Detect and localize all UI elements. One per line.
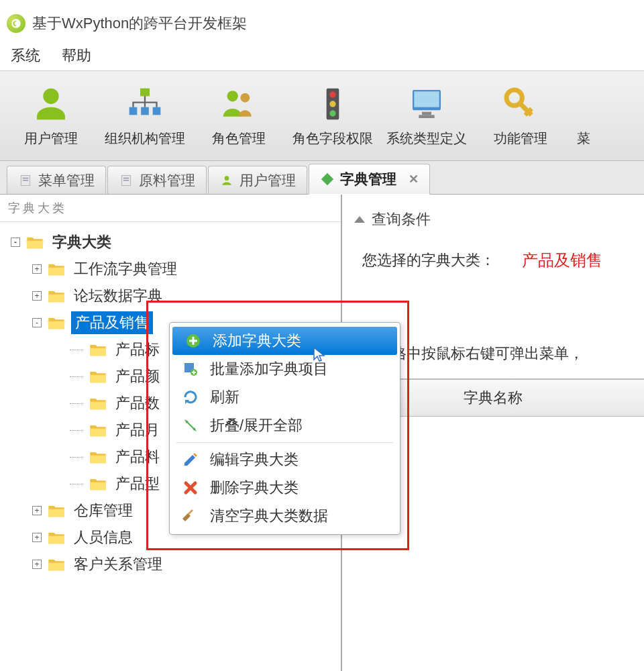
node-label: 产品月 [113, 419, 162, 442]
folder-icon [47, 503, 66, 519]
toolbar-systype[interactable]: 系统类型定义 [382, 77, 471, 154]
cm-edit-category[interactable]: 编辑字典大类 [170, 446, 400, 474]
tab-label: 原料管理 [139, 171, 195, 190]
panel-title: 字典大类 [0, 195, 341, 222]
main-toolbar: 用户管理 组织机构管理 角色管理 角色字段权限 系统类型定义 功能管理 菜 [0, 70, 644, 161]
tree-node[interactable]: + 工作流字典管理 [7, 256, 334, 282]
user-icon [219, 173, 234, 188]
toolbar-label: 用户管理 [24, 130, 78, 148]
menu-bar: 系统 帮助 [0, 40, 644, 70]
tab-label: 菜单管理 [38, 171, 95, 190]
collapse-header[interactable]: 查询条件 [342, 201, 644, 238]
toolbar-label: 功能管理 [494, 130, 547, 148]
close-icon[interactable]: ✕ [409, 172, 419, 187]
edit-icon [182, 451, 199, 468]
svg-rect-11 [414, 91, 439, 107]
tree-root[interactable]: - 字典大类 [7, 229, 334, 256]
collapse-title: 查询条件 [372, 209, 431, 229]
node-label: 产品型 [113, 472, 162, 495]
broom-icon [182, 507, 199, 525]
cm-toggle-expand[interactable]: 折叠/展开全部 [170, 411, 400, 440]
add-icon [184, 332, 202, 350]
svg-rect-2 [141, 107, 149, 115]
node-label: 论坛数据字典 [71, 285, 165, 307]
cm-refresh[interactable]: 刷新 [170, 383, 400, 411]
collapse-icon[interactable]: - [11, 238, 20, 247]
folder-icon [89, 395, 107, 411]
node-label: 字典大类 [50, 231, 114, 254]
svg-point-21 [225, 176, 229, 180]
svg-point-8 [329, 101, 335, 107]
node-label: 产品及销售 [71, 311, 153, 334]
svg-rect-16 [23, 177, 28, 178]
menu-separator [176, 442, 393, 443]
cm-add-category[interactable]: 添加字典大类 [172, 327, 397, 355]
folder-icon [47, 261, 66, 277]
collapse-icon[interactable]: - [32, 318, 42, 327]
chevron-up-icon [354, 216, 365, 223]
doc-icon [18, 173, 33, 188]
tree-node[interactable]: + 客户关系管理 [7, 551, 334, 578]
monitor-icon [407, 84, 447, 124]
tab-material-mgmt[interactable]: 原料管理 [107, 166, 207, 194]
cm-delete-category[interactable]: 删除字典大类 [170, 474, 400, 502]
svg-rect-19 [123, 177, 129, 178]
batch-icon [182, 360, 199, 378]
tab-menu-mgmt[interactable]: 菜单管理 [7, 166, 106, 194]
toolbar-func-mgmt[interactable]: 功能管理 [476, 77, 565, 154]
toolbar-user-mgmt[interactable]: 用户管理 [7, 77, 95, 154]
org-icon [125, 84, 165, 124]
folder-icon [47, 529, 66, 546]
node-label: 客户关系管理 [71, 553, 165, 576]
window-title: 基于WxPython的跨平台开发框架 [32, 13, 247, 34]
toolbar-org-mgmt[interactable]: 组织机构管理 [101, 77, 189, 154]
info-value: 产品及销售 [522, 250, 602, 271]
expand-icon[interactable]: + [32, 560, 42, 569]
tab-label: 用户管理 [239, 171, 296, 190]
node-label: 产品料 [113, 446, 162, 468]
tab-user-mgmt[interactable]: 用户管理 [208, 166, 307, 194]
cm-label: 删除字典大类 [210, 478, 299, 498]
context-menu: 添加字典大类 批量添加字典项目 刷新 折叠/展开全部 编辑字典大类 删除字典大类… [169, 322, 400, 535]
cm-label: 批量添加字典项目 [210, 359, 328, 379]
expand-icon[interactable]: + [32, 533, 42, 542]
expand-collapse-icon [182, 417, 199, 434]
cm-clear-data[interactable]: 清空字典大类数据 [170, 502, 400, 530]
tab-dict-mgmt[interactable]: 字典管理 ✕ [309, 164, 430, 195]
user-icon [31, 84, 71, 124]
folder-icon [47, 556, 66, 572]
app-logo-icon [7, 14, 25, 33]
tab-label: 字典管理 [340, 170, 396, 189]
svg-rect-17 [23, 180, 28, 180]
cm-batch-add[interactable]: 批量添加字典项目 [170, 355, 400, 383]
folder-open-icon [25, 234, 44, 250]
toolbar-label: 角色字段权限 [292, 130, 373, 148]
traffic-icon [313, 84, 353, 124]
folder-icon [47, 288, 66, 304]
svg-rect-1 [129, 107, 138, 115]
info-label: 您选择的字典大类： [362, 250, 495, 270]
expand-icon[interactable]: + [32, 291, 42, 301]
delete-icon [182, 479, 199, 497]
toolbar-label: 角色管理 [212, 130, 266, 148]
toolbar-role-mgmt[interactable]: 角色管理 [195, 77, 283, 154]
cm-label: 折叠/展开全部 [210, 415, 303, 435]
toolbar-menu-partial[interactable]: 菜 [570, 77, 597, 154]
node-label: 人员信息 [71, 526, 136, 549]
node-label: 工作流字典管理 [71, 258, 180, 280]
menu-system[interactable]: 系统 [7, 43, 44, 68]
cm-label: 刷新 [210, 387, 239, 407]
folder-icon [89, 422, 107, 438]
svg-point-4 [227, 91, 238, 101]
tree-node[interactable]: + 论坛数据字典 [7, 282, 334, 309]
menu-help[interactable]: 帮助 [58, 43, 95, 68]
node-label: 产品颜 [113, 365, 162, 388]
key-icon [500, 84, 541, 124]
expand-icon[interactable]: + [32, 506, 42, 515]
folder-icon [89, 476, 107, 492]
toolbar-role-perm[interactable]: 角色字段权限 [288, 77, 377, 154]
expand-icon[interactable]: + [32, 264, 42, 274]
folder-open-icon [47, 315, 66, 331]
toolbar-label: 系统类型定义 [386, 130, 467, 148]
info-row: 您选择的字典大类： 产品及销售 [342, 238, 644, 283]
